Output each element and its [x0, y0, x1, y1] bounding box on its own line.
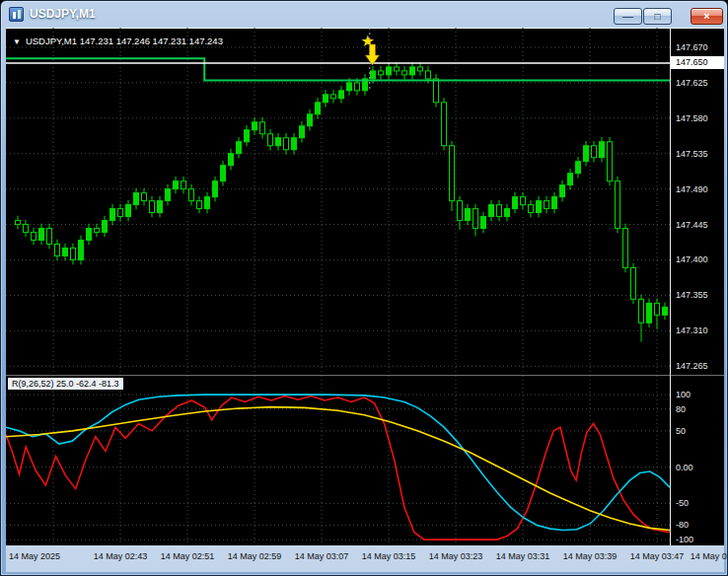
price-level-tag: 147.650 — [671, 56, 724, 69]
price-axis-label: 147.265 — [676, 361, 708, 371]
candle-body — [253, 122, 257, 130]
candle-body — [395, 67, 400, 71]
candle-body — [95, 229, 100, 233]
time-axis-label: 14 May 03:55 — [691, 551, 728, 561]
candle-body — [505, 209, 510, 217]
time-axis-label: 14 May 03:47 — [630, 551, 685, 561]
candle-body — [576, 162, 581, 174]
candle-body — [331, 95, 336, 99]
candle-body — [647, 303, 652, 323]
candle-body — [182, 181, 186, 189]
main-price-plot[interactable]: ★ — [6, 28, 670, 375]
candle-body — [55, 245, 60, 256]
candle-body — [387, 67, 392, 75]
chart-dropdown-icon[interactable]: ▼ — [13, 37, 21, 46]
time-axis[interactable]: 14 May 202514 May 02:4314 May 02:5114 Ma… — [6, 545, 724, 572]
titlebar[interactable]: USDJPY,M1 — □ × — [1, 1, 727, 28]
candle-body — [260, 122, 265, 134]
candle-body — [434, 79, 439, 103]
candle-body — [545, 201, 549, 209]
candle-body — [47, 229, 52, 245]
candle-body — [87, 229, 92, 241]
candle-body — [513, 197, 518, 209]
candle-body — [608, 142, 613, 181]
candle-body — [418, 67, 423, 71]
candle-body — [16, 221, 21, 225]
price-axis-label: 147.355 — [676, 290, 708, 300]
candle-body — [442, 103, 447, 146]
time-axis-label: 14 May 03:31 — [496, 551, 550, 561]
candle-body — [300, 126, 305, 138]
indicator-axis-label: 0.00 — [676, 463, 693, 472]
candle-body — [521, 197, 526, 205]
candle-body — [189, 189, 194, 201]
time-axis-label: 14 May 02:43 — [94, 551, 148, 561]
candle-body — [174, 181, 179, 189]
candle-body — [497, 205, 502, 217]
candle-body — [623, 229, 628, 268]
chart-area[interactable]: ★ 147.670147.625147.580147.535147.490147… — [6, 28, 724, 545]
candle-body — [150, 201, 155, 213]
candle-body — [347, 83, 352, 91]
overlay-step-line — [6, 58, 670, 80]
price-axis-label: 147.535 — [676, 149, 708, 159]
candle-body — [126, 205, 131, 217]
candle-body — [24, 225, 29, 233]
candle-body — [276, 138, 281, 146]
time-axis-label: 14 May 2025 — [9, 551, 60, 561]
candle-body — [560, 185, 565, 197]
indicator-label: R(9,26,52) 25.0 -62.4 -81.3 — [8, 378, 123, 390]
candle-body — [473, 209, 478, 229]
price-axis-label: 147.625 — [676, 78, 708, 88]
candle-body — [134, 193, 139, 205]
candle-body — [450, 146, 455, 201]
candle-body — [292, 138, 297, 150]
candle-body — [584, 146, 589, 162]
candle-body — [166, 189, 171, 201]
time-axis-label: 14 May 03:39 — [563, 551, 618, 561]
price-axis-label: 147.580 — [676, 113, 708, 123]
candle-body — [592, 146, 597, 158]
candle-body — [600, 142, 605, 158]
close-button[interactable]: × — [691, 8, 723, 25]
candle-body — [489, 205, 494, 217]
price-axis-label: 147.310 — [676, 325, 708, 335]
window-title: USDJPY,M1 — [30, 7, 96, 21]
minimize-button[interactable]: — — [614, 8, 642, 25]
indicator-axis[interactable]: 10080500.00-50-80-100 — [671, 376, 724, 545]
time-axis-label: 14 May 02:59 — [228, 551, 282, 561]
maximize-button[interactable]: □ — [643, 8, 672, 25]
candle-body — [552, 197, 557, 209]
candle-body — [103, 221, 108, 233]
candle-body — [118, 209, 123, 217]
price-axis[interactable]: 147.670147.625147.580147.535147.490147.4… — [671, 28, 724, 375]
candle-body — [284, 138, 289, 150]
candle-body — [245, 130, 250, 142]
indicator-axis-label: 100 — [676, 390, 691, 399]
candle-body — [197, 201, 202, 209]
indicator-axis-label: -50 — [676, 498, 689, 508]
price-axis-label: 147.670 — [676, 42, 708, 52]
application-window: USDJPY,M1 — □ × ★ 147.670147.625147.5801… — [0, 0, 728, 576]
candle-body — [142, 193, 147, 201]
candle-body — [402, 71, 407, 75]
price-axis-label: 147.400 — [676, 254, 708, 264]
candle-body — [308, 114, 313, 126]
indicator-axis-label: 50 — [676, 426, 686, 436]
candle-body — [32, 233, 36, 241]
candle-body — [529, 205, 534, 213]
candle-body — [71, 248, 76, 259]
candle-body — [205, 197, 210, 209]
indicator-subwindow-plot[interactable] — [6, 376, 670, 545]
price-axis-label: 147.445 — [676, 220, 708, 230]
candle-body — [63, 248, 68, 255]
candle-body — [616, 181, 620, 229]
price-axis-label: 147.490 — [676, 184, 708, 194]
time-axis-label: 14 May 02:51 — [161, 551, 215, 561]
pane-divider[interactable] — [6, 375, 724, 376]
candle-body — [79, 241, 84, 260]
candle-body — [458, 201, 463, 221]
cyan-indicator-line — [6, 395, 670, 530]
time-axis-label: 14 May 03:23 — [429, 551, 483, 561]
indicator-axis-label: -80 — [676, 520, 689, 530]
